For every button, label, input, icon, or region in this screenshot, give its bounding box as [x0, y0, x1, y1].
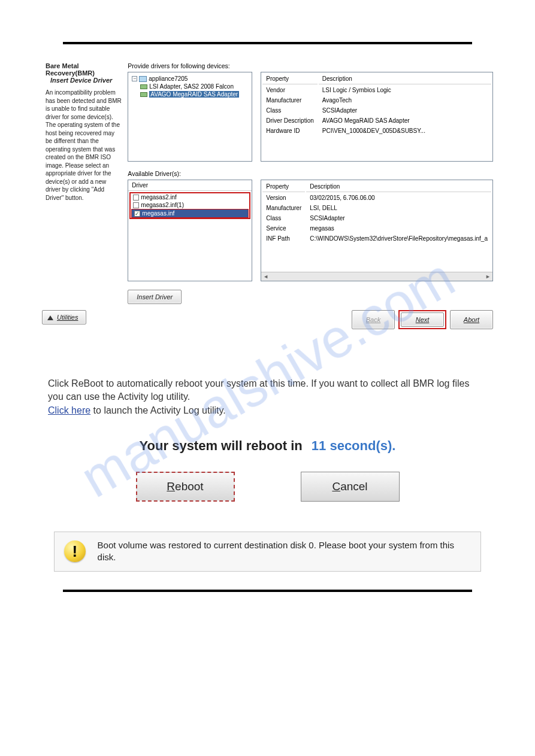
checkbox-icon[interactable]	[133, 202, 139, 208]
tree-item-selected[interactable]: AVAGO MegaRAID SAS Adapter	[132, 90, 248, 98]
prop-key: Vendor	[262, 86, 317, 95]
prop-header: Property	[262, 74, 317, 84]
prop-val: AVAGO MegaRAID SAS Adapter	[319, 116, 491, 125]
prop-val: 03/02/2015, 6.706.06.00	[306, 193, 491, 202]
tree-root-label: appliance7205	[149, 75, 188, 82]
driver-name: megasas.inf	[142, 210, 174, 217]
horizontal-scrollbar[interactable]: ◄►	[261, 272, 492, 281]
countdown-value: 11 second(s).	[312, 438, 396, 453]
info-text: Boot volume was restored to current dest…	[98, 539, 471, 564]
reboot-button-tail: eboot	[175, 480, 204, 493]
provide-devices-label: Provide drivers for following devices:	[128, 62, 493, 69]
abort-label: Abort	[464, 316, 479, 323]
driver-name: megasas2.inf(1)	[141, 202, 184, 208]
cancel-button-tail: ancel	[340, 480, 367, 493]
prop-key: Driver Description	[262, 116, 317, 125]
tree-item[interactable]: LSI Adapter, SAS2 2008 Falcon	[132, 83, 248, 90]
prop-val: AvagoTech	[319, 96, 491, 105]
next-button[interactable]: Next	[401, 312, 444, 327]
info-bar: ! Boot volume was restored to current de…	[54, 532, 481, 572]
checkbox-checked-icon[interactable]: ✓	[134, 211, 140, 217]
prop-val: PCI\VEN_1000&DEV_005D&SUBSY...	[319, 126, 491, 135]
prop-val: LSI, DELL	[306, 204, 491, 212]
checkbox-icon[interactable]	[133, 195, 139, 201]
divider-top	[63, 42, 472, 44]
bmr-title: Bare Metal Recovery(BMR)	[46, 62, 122, 77]
driver-list-header: Driver	[128, 180, 252, 191]
scroll-right-icon[interactable]: ►	[485, 274, 491, 280]
prop-header: Description	[306, 181, 491, 192]
computer-icon	[139, 76, 147, 82]
prop-val: megasas	[306, 224, 491, 233]
prop-header: Description	[319, 74, 491, 84]
warning-icon: !	[64, 541, 86, 562]
prop-key: Manufacturer	[262, 96, 317, 105]
next-label: Next	[416, 316, 430, 323]
prop-val: LSI Logic / Symbios Logic	[319, 86, 491, 95]
utilities-button[interactable]: Utilities	[42, 310, 86, 324]
tree-item-label: LSI Adapter, SAS2 2008 Falcon	[149, 83, 234, 90]
driver-row[interactable]: megasas2.inf(1)	[131, 201, 249, 209]
scroll-left-icon[interactable]: ◄	[263, 274, 268, 280]
back-button: Back	[352, 310, 395, 329]
tree-root[interactable]: − appliance7205	[132, 75, 248, 83]
prop-val: SCSIAdapter	[319, 106, 491, 115]
adapter-icon	[140, 84, 147, 89]
prop-header: Property	[262, 181, 305, 192]
prop-key: Hardware ID	[262, 126, 317, 135]
prop-key: Manufacturer	[262, 204, 305, 212]
adapter-icon	[140, 92, 147, 97]
driver-list-highlight: megasas2.inf megasas2.inf(1) ✓ megasas.i…	[129, 192, 250, 219]
device-properties-panel: Property Description VendorLSI Logic / S…	[261, 72, 493, 162]
bmr-dialog: Bare Metal Recovery(BMR) Insert Device D…	[42, 62, 493, 304]
abort-button[interactable]: Abort	[450, 310, 493, 329]
device-tree-panel[interactable]: − appliance7205 LSI Adapter, SAS2 2008 F…	[128, 72, 252, 162]
reboot-button[interactable]: Reboot	[136, 472, 235, 502]
prop-key: INF Path	[262, 234, 305, 243]
driver-list-panel[interactable]: Driver megasas2.inf megasas2.inf(1) ✓	[128, 180, 252, 281]
divider-bottom	[63, 590, 472, 592]
prop-key: Service	[262, 224, 305, 233]
back-label: Back	[366, 316, 380, 323]
utilities-label: Utilities	[57, 314, 78, 321]
cancel-button[interactable]: Cancel	[301, 472, 400, 502]
countdown-label: Your system will reboot in	[140, 438, 303, 453]
activity-log-link[interactable]: Click here	[48, 405, 90, 415]
triangle-up-icon	[47, 315, 53, 320]
prop-key: Class	[262, 106, 317, 115]
driver-properties-panel: Property Description Version03/02/2015, …	[261, 180, 493, 281]
next-button-highlight: Next	[398, 310, 446, 329]
prop-key: Version	[262, 193, 305, 202]
prop-val: SCSIAdapter	[306, 214, 491, 223]
insert-driver-button[interactable]: Insert Driver	[128, 290, 182, 304]
activity-log-tail: to launch the Activity Log utility.	[90, 405, 226, 415]
bmr-description: An incompatibility problem has been dete…	[46, 89, 122, 202]
reboot-instruction: Click ReBoot to automatically reboot you…	[48, 377, 487, 404]
driver-name: megasas2.inf	[141, 194, 176, 201]
prop-val: C:\WINDOWS\System32\driverStore\FileRepo…	[306, 234, 491, 243]
collapse-icon[interactable]: −	[132, 76, 137, 81]
driver-row-selected[interactable]: ✓ megasas.inf	[131, 209, 249, 218]
prop-key: Class	[262, 214, 305, 223]
tree-item-label: AVAGO MegaRAID SAS Adapter	[149, 91, 239, 98]
available-drivers-label: Available Driver(s):	[128, 170, 493, 177]
bmr-subtitle: Insert Device Driver	[50, 77, 122, 84]
driver-row[interactable]: megasas2.inf	[131, 193, 249, 201]
